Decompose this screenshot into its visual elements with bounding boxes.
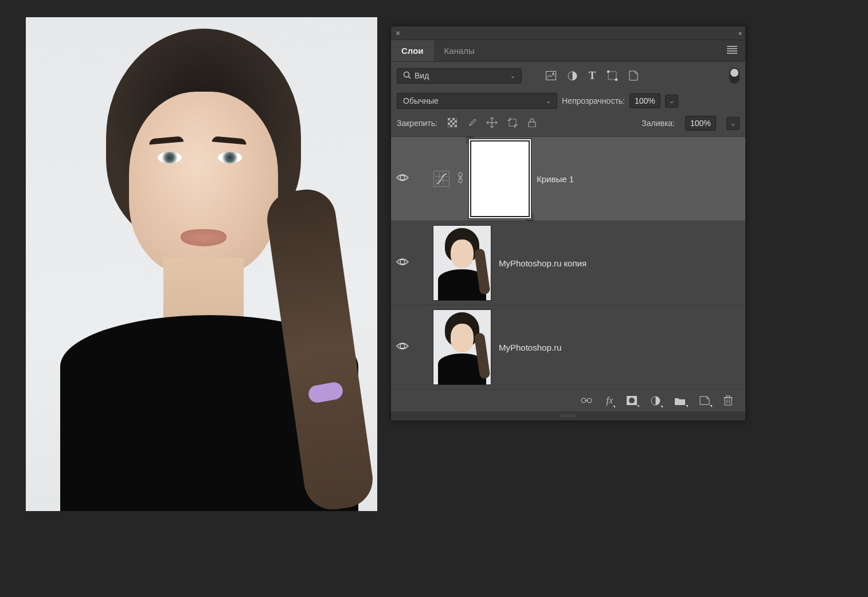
svg-point-29 (400, 175, 405, 180)
svg-rect-13 (448, 118, 450, 120)
search-icon (403, 71, 411, 81)
filter-shape-icon[interactable] (607, 70, 617, 81)
chevron-down-icon: ⌄ (546, 97, 551, 105)
add-mask-icon[interactable] (627, 396, 637, 405)
svg-rect-14 (452, 118, 455, 120)
layer-thumbnail[interactable] (433, 310, 491, 384)
mask-link-icon[interactable] (458, 172, 463, 186)
svg-point-43 (629, 398, 635, 403)
layer-name[interactable]: MyPhotoshop.ru копия (499, 258, 587, 268)
lock-all-icon[interactable] (528, 118, 536, 129)
opacity-chevron[interactable]: ⌄ (665, 95, 678, 108)
eye-icon (396, 257, 409, 269)
svg-line-5 (409, 76, 411, 78)
layers-bottom-toolbar: fx (391, 389, 745, 411)
new-adjustment-layer-icon[interactable] (651, 396, 660, 406)
lock-transparency-icon[interactable] (448, 118, 457, 129)
new-group-icon[interactable] (674, 396, 686, 405)
layer-row[interactable]: Кривые 1 (391, 136, 745, 221)
layers-list: Кривые 1 MyPhotoshop.ru копия (391, 136, 745, 389)
new-layer-icon[interactable] (699, 396, 710, 405)
link-layers-icon[interactable] (581, 397, 592, 404)
layer-name[interactable]: MyPhotoshop.ru (499, 343, 561, 352)
filter-row: Вид ⌄ T (391, 62, 745, 89)
chevron-down-icon: ⌄ (510, 72, 515, 80)
svg-rect-45 (725, 398, 732, 405)
layer-thumbnail[interactable] (433, 226, 491, 300)
lock-row: Закрепить: Заливка: 100% ⌄ (391, 112, 745, 136)
fill-input[interactable]: 100% (685, 116, 716, 131)
layer-effects-icon[interactable]: fx (606, 395, 613, 406)
svg-rect-10 (607, 70, 609, 73)
fill-chevron[interactable]: ⌄ (726, 117, 740, 130)
layer-mask-thumbnail[interactable] (471, 142, 529, 216)
layer-row[interactable]: MyPhotoshop.ru копия (391, 221, 745, 305)
panel-titlebar: × ‹‹ (391, 26, 745, 40)
panel-menu-icon[interactable] (724, 46, 741, 56)
eye-icon (396, 341, 409, 354)
layer-name[interactable]: Кривые 1 (537, 174, 574, 184)
svg-rect-19 (450, 125, 452, 127)
tab-channels[interactable]: Каналы (434, 40, 485, 61)
opacity-input[interactable]: 100% (630, 93, 660, 108)
canvas-preview[interactable] (26, 17, 377, 511)
close-icon[interactable]: × (396, 29, 400, 38)
svg-rect-9 (608, 72, 616, 80)
svg-point-38 (400, 344, 405, 348)
curves-adjustment-icon[interactable] (433, 171, 449, 187)
filter-pixel-icon[interactable] (546, 71, 556, 80)
layers-panel: × ‹‹ Слои Каналы Вид ⌄ T (390, 26, 746, 421)
layer-visibility-toggle[interactable] (391, 257, 414, 269)
tab-layers[interactable]: Слои (391, 40, 434, 61)
filter-smartobject-icon[interactable] (629, 70, 638, 81)
portrait-image (26, 17, 377, 511)
svg-rect-16 (455, 120, 457, 123)
svg-rect-17 (448, 123, 450, 125)
filter-text-icon[interactable]: T (589, 70, 596, 82)
lock-artboard-icon[interactable] (507, 117, 518, 129)
svg-rect-28 (529, 122, 535, 127)
svg-rect-20 (455, 125, 457, 127)
lock-brush-icon[interactable] (467, 118, 476, 129)
filter-adjustment-icon[interactable] (568, 71, 577, 81)
fill-label: Заливка: (642, 119, 675, 128)
layer-visibility-toggle[interactable] (391, 173, 414, 185)
layer-visibility-toggle[interactable] (391, 341, 414, 354)
panel-resize-grip[interactable]: ıııııııı (391, 411, 745, 421)
layer-row[interactable]: MyPhotoshop.ru (391, 305, 745, 389)
lock-position-icon[interactable] (487, 117, 497, 129)
filter-type-label: Вид (415, 71, 429, 80)
svg-point-4 (404, 72, 409, 77)
opacity-label: Непрозрачность: (562, 96, 625, 105)
svg-rect-11 (615, 78, 617, 81)
svg-point-37 (400, 260, 405, 264)
filter-toggle[interactable] (729, 68, 740, 84)
filter-type-select[interactable]: Вид ⌄ (397, 68, 522, 84)
blend-mode-select[interactable]: Обычные ⌄ (397, 93, 557, 109)
delete-layer-icon[interactable] (724, 395, 733, 406)
svg-point-7 (553, 73, 554, 74)
collapse-panel-icon[interactable]: ‹‹ (738, 29, 741, 37)
eye-icon (396, 173, 409, 185)
panel-tabs: Слои Каналы (391, 40, 745, 62)
blend-row: Обычные ⌄ Непрозрачность: 100% ⌄ (391, 89, 745, 112)
svg-rect-18 (452, 123, 455, 125)
blend-mode-value: Обычные (403, 96, 439, 105)
svg-rect-15 (450, 120, 452, 123)
lock-label: Закрепить: (397, 119, 437, 128)
